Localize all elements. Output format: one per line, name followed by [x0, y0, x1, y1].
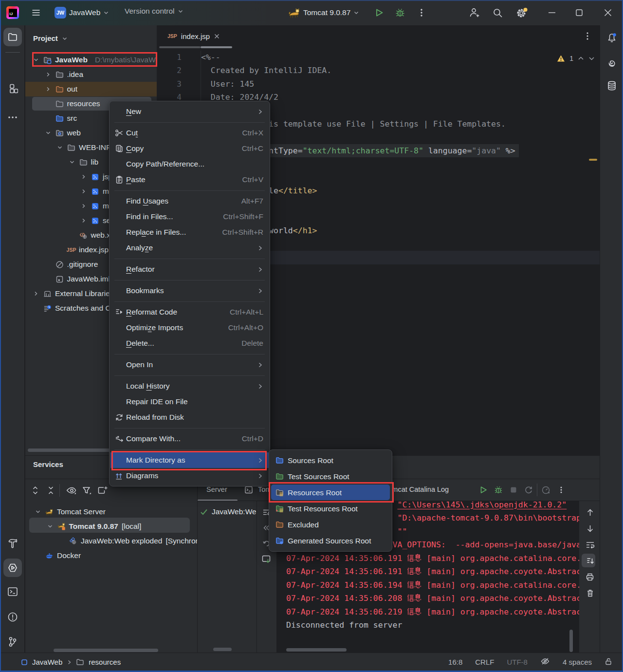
vcs-widget[interactable]: Version control: [125, 7, 183, 16]
editor-tab-index-jsp[interactable]: JSP index.jsp: [161, 25, 226, 47]
dashboard-icon[interactable]: [538, 483, 553, 497]
scrollend-icon[interactable]: [580, 553, 600, 569]
run-button[interactable]: [374, 8, 384, 18]
stop-icon[interactable]: [506, 483, 521, 497]
menu-item-bookmarks[interactable]: Bookmarks: [110, 283, 270, 299]
settings-icon[interactable]: [515, 7, 528, 19]
tab-close-icon[interactable]: [214, 33, 220, 39]
submenu-item-test-resources-root[interactable]: Test Resources Root: [269, 501, 392, 517]
chevron-collapsed-icon[interactable]: [44, 71, 52, 78]
menu-item-find-usages[interactable]: Find UsagesAlt+F7: [110, 193, 270, 209]
menu-item-open-in[interactable]: Open In: [110, 357, 270, 373]
tab-catalina-log[interactable]: Tomcat Catalina Log: [385, 485, 449, 493]
menu-item-replace-in-files[interactable]: Replace in Files...Ctrl+Shift+R: [110, 224, 270, 240]
lock-icon[interactable]: [605, 657, 612, 667]
menu-item-refactor[interactable]: Refactor: [110, 261, 270, 277]
chevron-collapsed-icon[interactable]: [80, 202, 88, 210]
menu-item-cut[interactable]: CutCtrl+X: [110, 125, 270, 141]
tab-server[interactable]: Server: [206, 485, 227, 493]
add-user-icon[interactable]: [469, 7, 480, 19]
chevron-expanded-icon[interactable]: [34, 508, 42, 516]
window-down-icon[interactable]: [257, 551, 275, 567]
inspection-widget[interactable]: 1: [557, 55, 595, 62]
menu-item-delete[interactable]: Delete...Delete: [110, 336, 270, 351]
warning-stripe-mark[interactable]: [589, 159, 597, 161]
terminal-tool-button[interactable]: [3, 582, 22, 601]
add-service-icon[interactable]: [95, 484, 110, 497]
deployment-scrollbar[interactable]: [213, 648, 232, 651]
submenu-item-generated-sources-root[interactable]: Generated Sources Root: [269, 533, 392, 549]
next-warning-icon[interactable]: [588, 56, 595, 61]
menu-item-new[interactable]: New: [110, 104, 270, 119]
debug-button[interactable]: [395, 8, 405, 18]
trash-icon[interactable]: [580, 585, 600, 601]
menu-item-local-history[interactable]: Local History: [110, 378, 270, 394]
menu-item-reformat-code[interactable]: Reformat CodeCtrl+Alt+L: [110, 304, 270, 320]
minimize-icon[interactable]: [540, 0, 563, 25]
softwrap-icon[interactable]: [580, 537, 600, 553]
chevron-collapsed-icon[interactable]: [80, 217, 88, 224]
services-tool-button[interactable]: [3, 559, 22, 577]
file-encoding[interactable]: UTF-8: [507, 658, 528, 666]
tab-scrollbar[interactable]: [201, 46, 232, 48]
chevron-expanded-icon[interactable]: [68, 158, 76, 166]
project-tool-button[interactable]: [3, 28, 22, 46]
services-splitter[interactable]: [197, 485, 198, 653]
console-h-scrollbar[interactable]: [286, 648, 347, 652]
menu-item-copy[interactable]: CopyCtrl+C: [110, 141, 270, 156]
chevron-expanded-icon[interactable]: [46, 523, 54, 530]
view-options-icon[interactable]: [64, 484, 79, 497]
submenu-item-sources-root[interactable]: Sources Root: [269, 452, 392, 468]
expand-all-icon[interactable]: [27, 484, 43, 497]
debug-icon[interactable]: [491, 483, 506, 497]
menu-item-repair-ide-on-file[interactable]: Repair IDE on File: [110, 394, 270, 410]
service-row[interactable]: Tomcat Server: [25, 504, 197, 519]
up-icon[interactable]: [580, 504, 600, 521]
tree-row[interactable]: out: [25, 82, 157, 96]
highlight-level-icon[interactable]: [540, 657, 550, 667]
chevron-collapsed-icon[interactable]: [80, 173, 88, 181]
indent-config[interactable]: 4 spaces: [563, 658, 592, 666]
menu-item-optimize-imports[interactable]: Optimize ImportsCtrl+Alt+O: [110, 320, 270, 336]
build-tool-button[interactable]: [3, 534, 22, 553]
project-widget[interactable]: JW JavaWeb: [55, 7, 109, 19]
deployment-row[interactable]: JavaWeb:Web exploded: [198, 501, 256, 516]
run-config-widget[interactable]: Tomcat 9.0.87: [288, 6, 359, 19]
more-icon[interactable]: [553, 483, 568, 497]
more-tool-windows-button[interactable]: [3, 108, 22, 127]
chevron-collapsed-icon[interactable]: [80, 187, 88, 195]
rerun-icon[interactable]: [476, 483, 491, 497]
submenu-item-excluded[interactable]: Excluded: [269, 517, 392, 533]
editor-options-icon[interactable]: [583, 31, 592, 43]
collapse-all-icon[interactable]: [43, 484, 58, 497]
prev-warning-icon[interactable]: [578, 56, 584, 61]
structure-tool-button[interactable]: [3, 79, 22, 98]
line-separator[interactable]: CRLF: [475, 658, 494, 666]
chevron-collapsed-icon[interactable]: [32, 290, 40, 298]
menu-item-copy-path-reference[interactable]: Copy Path/Reference...: [110, 156, 270, 172]
menu-item-reload-from-disk[interactable]: Reload from Disk: [110, 410, 270, 425]
services-tree-scrollbar[interactable]: [54, 649, 158, 652]
more-actions-icon[interactable]: [417, 8, 426, 18]
caret-position[interactable]: 16:8: [448, 658, 462, 666]
close-icon[interactable]: [596, 0, 619, 25]
breadcrumb-project[interactable]: JavaWeb: [32, 658, 62, 666]
print-icon[interactable]: [580, 569, 600, 585]
database-icon[interactable]: [603, 76, 621, 95]
service-row[interactable]: JavaWeb:Web exploded [Synchronized]: [25, 534, 197, 548]
project-panel-header[interactable]: Project: [33, 34, 68, 42]
chevron-expanded-icon[interactable]: [56, 144, 64, 151]
notifications-icon[interactable]: [603, 29, 621, 47]
menu-item-compare-with[interactable]: Compare With...Ctrl+D: [110, 431, 270, 447]
service-row[interactable]: Tomcat 9.0.87 [local]: [25, 519, 197, 534]
service-row[interactable]: Docker: [25, 548, 197, 563]
restart-icon[interactable]: [521, 483, 536, 497]
menu-item-paste[interactable]: PasteCtrl+V: [110, 172, 270, 187]
filter-icon[interactable]: [79, 484, 95, 497]
chevron-collapsed-icon[interactable]: [44, 85, 52, 93]
console-v-scrollbar[interactable]: [569, 630, 573, 652]
search-icon[interactable]: [493, 8, 503, 18]
menu-item-analyze[interactable]: Analyze: [110, 240, 270, 256]
chevron-expanded-icon[interactable]: [44, 129, 52, 137]
git-tool-button[interactable]: [3, 633, 22, 651]
